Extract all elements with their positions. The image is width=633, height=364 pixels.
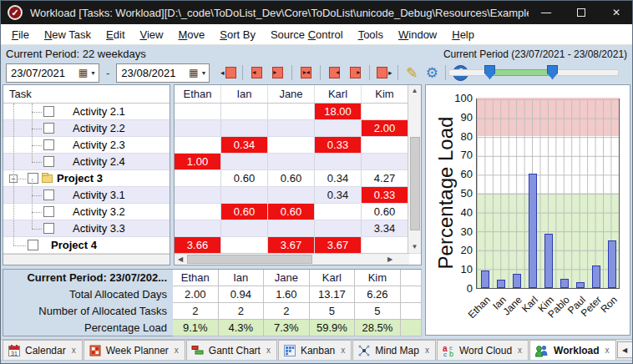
settings-gear-icon[interactable]: ⚙ xyxy=(422,64,442,82)
overallocated-cell[interactable]: 0.34 xyxy=(221,137,268,153)
period-move-start-left[interactable]: ◂ xyxy=(246,63,267,82)
tab-close-icon[interactable]: x xyxy=(340,346,346,355)
overallocated-cell[interactable]: 18.00 xyxy=(315,104,362,119)
tab-close-icon[interactable]: x xyxy=(71,346,77,355)
allocation-cell[interactable] xyxy=(221,120,268,136)
tab-workload[interactable]: Workload x xyxy=(529,340,615,360)
tab-calendar[interactable]: 31 Calendar x xyxy=(3,340,83,360)
menu-move[interactable]: Move xyxy=(170,26,212,43)
allocation-cell[interactable] xyxy=(175,104,221,119)
allocation-cell[interactable] xyxy=(268,220,315,236)
tab-word-cloud[interactable]: aecb Word Cloud x xyxy=(437,340,529,360)
menu-help[interactable]: Help xyxy=(444,26,482,43)
allocation-cell[interactable] xyxy=(221,237,268,253)
overallocated-cell[interactable]: 0.33 xyxy=(315,137,362,153)
allocation-cell[interactable] xyxy=(175,204,221,220)
task-checkbox[interactable] xyxy=(43,206,54,217)
overallocated-cell[interactable]: 0.60 xyxy=(268,204,315,220)
grid-column-header[interactable]: Jane xyxy=(268,85,315,103)
task-row[interactable]: Activity 2.4 xyxy=(3,154,170,170)
menu-window[interactable]: Window xyxy=(391,26,444,43)
allocation-cell[interactable] xyxy=(221,104,268,119)
menu-new-task[interactable]: New Task xyxy=(37,26,99,43)
grid-column-header[interactable]: Ian xyxy=(221,85,268,103)
period-shrink-both[interactable]: ▸◂ xyxy=(296,63,316,82)
allocation-cell[interactable] xyxy=(268,154,315,169)
overallocated-cell[interactable]: 3.67 xyxy=(268,237,315,253)
vertical-scroll-thumb[interactable] xyxy=(410,137,420,230)
allocation-cell[interactable] xyxy=(175,137,221,153)
maximize-button[interactable] xyxy=(564,1,599,24)
task-checkbox[interactable] xyxy=(43,139,54,150)
period-move-end-right[interactable]: ▸ xyxy=(345,63,366,82)
horizontal-scroll-thumb[interactable] xyxy=(187,255,312,264)
period-jump-start[interactable]: ◂ xyxy=(218,63,239,82)
menu-source-control[interactable]: Source Control xyxy=(263,26,351,43)
allocation-cell[interactable]: 0.60 xyxy=(268,170,315,186)
period-move-end-left[interactable]: ◂ xyxy=(324,63,345,82)
grid-vertical-scrollbar[interactable]: ▲ ▼ xyxy=(408,85,421,253)
task-row[interactable]: Activity 2.1 xyxy=(3,104,170,120)
allocation-cell[interactable]: 0.60 xyxy=(362,204,408,220)
task-checkbox[interactable] xyxy=(28,240,38,250)
tab-kanban[interactable]: Kanban x xyxy=(278,340,352,360)
task-checkbox[interactable] xyxy=(43,123,54,134)
menu-view[interactable]: View xyxy=(133,26,171,43)
calendar-dropdown-icon[interactable]: ▦▼ xyxy=(78,67,99,78)
allocation-cell[interactable] xyxy=(221,220,268,236)
overallocated-cell[interactable]: 3.67 xyxy=(315,237,362,253)
slider-handle-end[interactable] xyxy=(547,65,558,79)
allocation-cell[interactable]: 0.34 xyxy=(315,187,362,203)
tab-close-icon[interactable]: x xyxy=(266,346,271,355)
scroll-right-icon[interactable]: ▶ xyxy=(384,254,396,265)
calendar-dropdown-icon[interactable]: ▦▼ xyxy=(189,67,209,78)
task-checkbox[interactable] xyxy=(43,156,54,167)
task-row[interactable]: −Project 3 xyxy=(3,170,170,187)
allocation-cell[interactable] xyxy=(175,220,221,236)
edit-pencil-icon[interactable]: ✎ xyxy=(402,64,422,82)
task-checkbox[interactable] xyxy=(28,173,38,184)
allocation-cell[interactable] xyxy=(175,187,221,203)
allocation-cell[interactable]: 3.34 xyxy=(362,220,408,236)
tab-close-icon[interactable]: x xyxy=(605,346,610,355)
slider-handle-start[interactable] xyxy=(484,65,495,79)
allocation-cell[interactable] xyxy=(268,120,315,136)
period-range-slider[interactable] xyxy=(448,65,619,80)
menu-sort-by[interactable]: Sort By xyxy=(212,26,263,43)
allocation-cell[interactable]: 0.34 xyxy=(315,170,362,186)
task-checkbox[interactable] xyxy=(43,190,54,200)
tab-close-icon[interactable]: x xyxy=(424,346,430,355)
task-row[interactable]: Project 4 xyxy=(3,237,170,254)
tab-gantt-chart[interactable]: Gantt Chart x xyxy=(186,340,277,360)
allocation-cell[interactable] xyxy=(175,120,221,136)
allocation-cell[interactable] xyxy=(315,220,362,236)
overallocated-cell[interactable]: 0.60 xyxy=(221,204,268,220)
grid-column-header[interactable]: Kim xyxy=(362,85,408,103)
menu-tools[interactable]: Tools xyxy=(351,26,391,43)
scroll-left-icon[interactable]: ◀ xyxy=(175,254,186,265)
allocation-cell[interactable] xyxy=(315,154,362,169)
allocation-cell[interactable] xyxy=(221,154,268,169)
task-checkbox[interactable] xyxy=(43,106,54,117)
tab-close-icon[interactable]: x xyxy=(174,346,180,355)
overallocated-cell[interactable]: 2.00 xyxy=(362,120,408,136)
date-to-picker[interactable]: 23/08/2021 ▦▼ xyxy=(116,63,210,83)
tab-week-planner[interactable]: Week Planner x xyxy=(84,340,185,360)
allocation-cell[interactable] xyxy=(315,120,362,136)
overallocated-cell[interactable]: 0.33 xyxy=(362,187,408,203)
allocation-cell[interactable] xyxy=(268,137,315,153)
grid-column-header[interactable]: Ethan xyxy=(175,85,221,103)
tab-scroll-left-icon[interactable]: ◀ xyxy=(618,342,632,357)
menu-file[interactable]: File xyxy=(4,26,37,43)
task-row[interactable]: Activity 3.1 xyxy=(3,187,170,204)
task-row[interactable]: Activity 2.3 xyxy=(3,137,170,154)
allocation-cell[interactable] xyxy=(268,187,315,203)
close-button[interactable]: ✕ xyxy=(599,1,633,24)
allocation-cell[interactable] xyxy=(268,104,315,119)
scroll-down-icon[interactable]: ▼ xyxy=(408,241,421,253)
tab-close-icon[interactable]: x xyxy=(517,346,523,355)
allocation-cell[interactable] xyxy=(221,187,268,203)
period-jump-end[interactable]: ▸ xyxy=(373,63,394,82)
period-move-start-right[interactable]: ▸ xyxy=(267,63,288,82)
task-checkbox[interactable] xyxy=(43,223,54,234)
